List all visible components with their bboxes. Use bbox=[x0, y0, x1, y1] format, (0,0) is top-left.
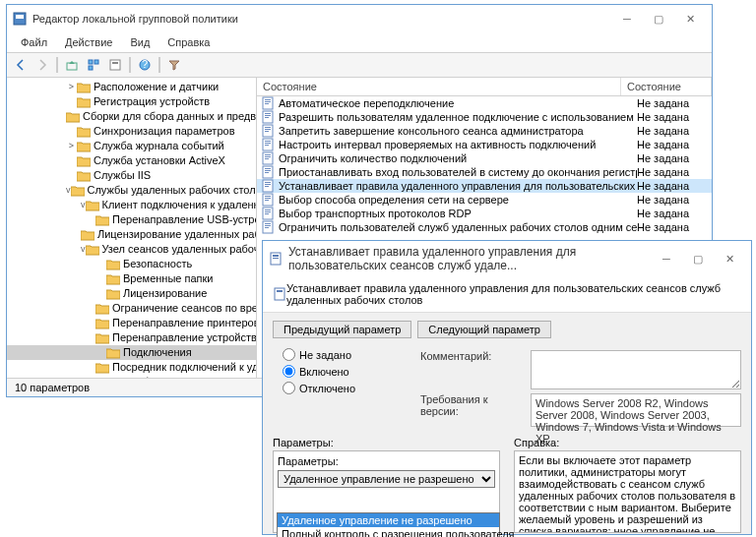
help-icon[interactable]: ? bbox=[135, 55, 155, 75]
list-row[interactable]: Выбор способа определения сети на сервер… bbox=[257, 193, 712, 207]
forward-icon[interactable] bbox=[32, 55, 52, 75]
tree-node[interactable]: Перенаправление USB-устройств bbox=[7, 212, 256, 227]
params-dropdown-list[interactable]: Удаленное управление не разрешеноПолный … bbox=[277, 512, 500, 537]
dropdown-option[interactable]: Удаленное управление не разрешено bbox=[278, 513, 499, 527]
tree-item-label: Лицензирование удаленных рабочих bbox=[97, 228, 257, 241]
dlg-maximize-button[interactable]: ▢ bbox=[682, 249, 714, 268]
folder-icon bbox=[77, 155, 91, 167]
tree-node[interactable]: Синхронизация параметров bbox=[7, 124, 256, 139]
tree-item-label: Перенаправление USB-устройств bbox=[112, 213, 257, 226]
svg-rect-13 bbox=[265, 103, 269, 104]
svg-rect-33 bbox=[265, 172, 269, 173]
tree-node[interactable]: Подключения bbox=[7, 345, 256, 360]
folder-icon bbox=[77, 126, 91, 138]
svg-rect-12 bbox=[265, 101, 271, 102]
tree-node[interactable]: >Расположение и датчики bbox=[7, 80, 256, 94]
tree-item-label: Ограничение сеансов по времени bbox=[112, 302, 257, 315]
tree-item-label: Перенаправление принтеров bbox=[112, 317, 257, 329]
row-title: Автоматическое переподключение bbox=[279, 96, 637, 110]
tree-item-label: Клиент подключения к удаленному р bbox=[102, 199, 258, 211]
tree-node[interactable]: Посредник подключений к удален bbox=[7, 360, 256, 375]
folder-icon bbox=[77, 141, 91, 152]
back-icon[interactable] bbox=[11, 55, 31, 75]
tree-node[interactable]: vУзел сеансов удаленных рабочих сто bbox=[7, 242, 256, 257]
list-row[interactable]: Устанавливает правила удаленного управле… bbox=[257, 179, 712, 193]
list-row[interactable]: Автоматическое переподключениеНе задана bbox=[257, 96, 712, 110]
svg-rect-23 bbox=[265, 141, 271, 142]
radio-disabled[interactable]: Отключено bbox=[273, 380, 410, 396]
row-title: Выбор транспортных протоколов RDP bbox=[279, 207, 637, 220]
folder-icon bbox=[86, 200, 99, 211]
column-header-state[interactable]: Состояние bbox=[257, 78, 621, 95]
params-select[interactable]: Удаленное управление не разрешено bbox=[278, 470, 495, 488]
row-title: Приостанавливать вход пользователей в си… bbox=[279, 165, 637, 179]
svg-rect-7 bbox=[112, 62, 118, 64]
row-title: Настроить интервал проверяемых на активн… bbox=[279, 138, 637, 151]
tree-node[interactable]: Регистрация устройств bbox=[7, 94, 256, 109]
minimize-button[interactable]: ─ bbox=[611, 9, 643, 29]
tree-node[interactable]: Лицензирование bbox=[7, 286, 256, 301]
tree-node[interactable]: Лицензирование удаленных рабочих bbox=[7, 227, 256, 242]
dlg-close-button[interactable]: ✕ bbox=[714, 249, 745, 268]
menu-help[interactable]: Справка bbox=[159, 34, 218, 50]
svg-rect-5 bbox=[89, 66, 93, 70]
filter-icon[interactable] bbox=[164, 55, 184, 75]
folder-icon bbox=[106, 288, 120, 300]
tree-node[interactable]: Службы IIS bbox=[7, 168, 256, 183]
comment-label: Комментарий: bbox=[420, 350, 523, 362]
prev-param-button[interactable]: Предыдущий параметр bbox=[273, 321, 411, 338]
folder-icon bbox=[77, 170, 91, 182]
maximize-button[interactable]: ▢ bbox=[643, 9, 674, 29]
tree-node[interactable]: Временные папки bbox=[7, 271, 256, 286]
tree-node[interactable]: Служба установки ActiveX bbox=[7, 153, 256, 168]
tree-pane[interactable]: >Расположение и датчикиРегистрация устро… bbox=[7, 78, 257, 390]
policy-item-icon bbox=[261, 110, 275, 124]
svg-rect-37 bbox=[265, 186, 269, 187]
comment-field[interactable] bbox=[531, 350, 741, 389]
list-row[interactable]: Выбор транспортных протоколов RDPНе зада… bbox=[257, 207, 712, 220]
svg-rect-27 bbox=[265, 154, 271, 155]
toolbar: ? bbox=[7, 53, 712, 78]
list-row[interactable]: Приостанавливать вход пользователей в си… bbox=[257, 165, 712, 179]
list-row[interactable]: Ограничить пользователей служб удаленных… bbox=[257, 220, 712, 234]
tree-item-label: Синхронизация параметров bbox=[94, 125, 234, 138]
column-header-state2[interactable]: Состояние bbox=[621, 78, 712, 95]
next-param-button[interactable]: Следующий параметр bbox=[417, 321, 551, 338]
tree-node[interactable]: Ограничение сеансов по времени bbox=[7, 301, 256, 316]
folder-icon bbox=[77, 96, 91, 108]
svg-rect-28 bbox=[265, 156, 271, 157]
dropdown-option[interactable]: Полный контроль с разрешения пользовател… bbox=[278, 527, 499, 537]
svg-text:?: ? bbox=[142, 59, 148, 70]
tree-node[interactable]: >Служба журнала событий bbox=[7, 139, 256, 153]
menu-action[interactable]: Действие bbox=[57, 34, 120, 50]
up-icon[interactable] bbox=[62, 55, 82, 75]
list-row[interactable]: Разрешить пользователям удаленное подклю… bbox=[257, 110, 712, 124]
tree-node[interactable]: Перенаправление принтеров bbox=[7, 316, 256, 330]
dlg-minimize-button[interactable]: ─ bbox=[651, 249, 682, 268]
svg-rect-3 bbox=[89, 60, 93, 64]
tree-item-label: Службы IIS bbox=[94, 169, 151, 182]
tree-item-label: Сборки для сбора данных и предварите... bbox=[83, 110, 257, 123]
tree-node[interactable]: vКлиент подключения к удаленному р bbox=[7, 198, 256, 212]
menu-file[interactable]: Файл bbox=[13, 34, 55, 50]
tree-node[interactable]: Перенаправление устройств и ре bbox=[7, 330, 256, 345]
list-icon[interactable] bbox=[84, 55, 103, 75]
tree-node[interactable]: Безопасность bbox=[7, 257, 256, 271]
close-button[interactable]: ✕ bbox=[674, 9, 706, 29]
svg-rect-29 bbox=[265, 158, 269, 159]
list-row[interactable]: Настроить интервал проверяемых на активн… bbox=[257, 138, 712, 151]
row-title: Ограничить количество подключений bbox=[279, 151, 637, 165]
menu-view[interactable]: Вид bbox=[122, 34, 158, 50]
folder-icon bbox=[106, 273, 120, 285]
tree-node[interactable]: vСлужбы удаленных рабочих столов bbox=[7, 183, 256, 198]
radio-enabled[interactable]: Включено bbox=[273, 363, 410, 380]
dialog-subtitle: Устанавливает правила удаленного управле… bbox=[286, 282, 741, 306]
list-row[interactable]: Ограничить количество подключенийНе зада… bbox=[257, 151, 712, 165]
titlebar: Редактор локальной групповой политики ─ … bbox=[7, 5, 712, 32]
list-row[interactable]: Запретить завершение консольного сеанса … bbox=[257, 124, 712, 138]
radio-not-configured[interactable]: Не задано bbox=[273, 346, 410, 363]
tree-node[interactable]: Сборки для сбора данных и предварите... bbox=[7, 109, 256, 124]
row-title: Запретить завершение консольного сеанса … bbox=[279, 124, 637, 138]
folder-icon bbox=[95, 362, 109, 374]
props-icon[interactable] bbox=[105, 55, 125, 75]
